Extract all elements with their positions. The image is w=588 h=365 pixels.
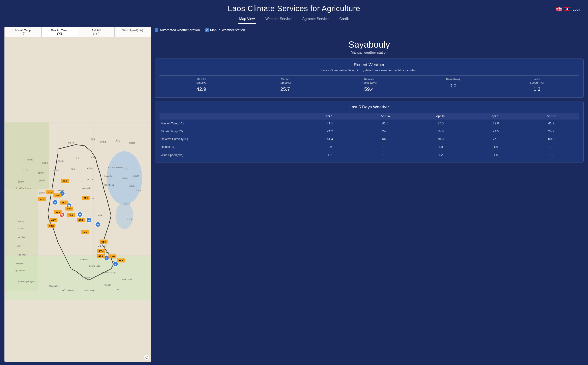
row-label-min-temp: Min Air Temp(°C) (159, 127, 302, 135)
svg-point-7 (116, 202, 133, 229)
last5-header-apr15: Apr 15 (413, 113, 468, 119)
last5-table: Apr 13 Apr 14 Apr 15 Apr 16 Apr 17 Max A… (159, 113, 579, 159)
svg-text:38.2: 38.2 (83, 231, 87, 233)
manual-label: Manual weather station (210, 28, 245, 32)
svg-text:元江县: 元江县 (58, 160, 64, 162)
automated-label: Automated weather station (160, 28, 200, 32)
rw-value-humidity: 59.4 (328, 86, 410, 92)
row-val-wind-apr16: 1.0 (468, 151, 524, 159)
nav-map-view[interactable]: Map View (238, 15, 256, 24)
svg-point-3 (567, 8, 568, 10)
svg-text:Gia Lai: Gia Lai (104, 284, 111, 286)
map-ctrl-max-air-temp[interactable]: Max Air Temp(°C) (41, 27, 78, 37)
map-ctrl-rainfall[interactable]: Rainfall(mm) (78, 27, 115, 37)
svg-text:Buôn Ma Thuột: Buôn Ma Thuột (102, 272, 116, 274)
svg-text:37.6: 37.6 (48, 191, 53, 193)
rw-col-max-temp: Max AirTemp(°C) 42.9 (159, 76, 243, 94)
main-nav: Map View Weather Service Agromet Service… (0, 15, 588, 24)
svg-text:东兴市: 东兴市 (122, 177, 128, 179)
svg-text:M: M (115, 263, 116, 265)
rw-label-min-temp: Min AirTemp(°C) (244, 77, 326, 84)
station-toggle-bar: ✓ Automated weather station ✓ Manual wea… (155, 27, 584, 34)
row-label-max-temp: Max Air Temp(°C) (159, 119, 302, 127)
svg-text:M: M (55, 201, 56, 204)
row-val-rainfall-apr14: 1.3 (358, 143, 413, 151)
svg-text:普洱市: 普洱市 (39, 179, 45, 182)
map-section: Min Air Temp(°C) Max Air Temp(°C) Rainfa… (4, 27, 151, 362)
svg-text:大化: 大化 (116, 139, 120, 142)
map-info-button[interactable]: ⓘ (144, 355, 149, 360)
svg-text:明矿市: 明矿市 (68, 141, 75, 144)
row-val-rainfall-apr13: 0.6 (302, 143, 358, 151)
nav-agromet-service[interactable]: Agromet Service (301, 15, 330, 24)
rw-label-rainfall: Rainfall(㎜) (412, 77, 494, 81)
main-content: Min Air Temp(°C) Max Air Temp(°C) Rainfa… (0, 24, 588, 365)
svg-text:42.9: 42.9 (56, 211, 60, 213)
uk-flag-icon[interactable] (556, 7, 562, 12)
last5-title: Last 5 Days Weather (159, 105, 579, 110)
toggle-manual[interactable]: ✓ Manual weather station (205, 28, 245, 32)
map-background[interactable]: 明矿市 富宁 百色市 大化 广西壮族 镇康县 双江县 元江县 文山 广南 双江县… (5, 27, 151, 362)
map-ctrl-min-air-temp[interactable]: Min Air Temp(°C) (5, 27, 41, 37)
manual-checkbox[interactable]: ✓ (205, 28, 209, 32)
map-controls: Min Air Temp(°C) Max Air Temp(°C) Rainfa… (5, 27, 151, 37)
svg-text:临高县: 临高县 (129, 185, 135, 187)
rw-col-min-temp: Min AirTemp(°C) 25.7 (243, 76, 327, 94)
svg-text:พระพุทธ: พระพุทธ (16, 263, 23, 265)
svg-text:38.3: 38.3 (40, 198, 44, 201)
laos-flag-icon[interactable] (564, 7, 570, 12)
svg-text:33.7: 33.7 (119, 259, 123, 262)
row-val-rainfall-apr17: 1.8 (524, 143, 579, 151)
row-val-min-temp-apr16: 24.5 (468, 127, 524, 135)
row-val-max-temp-apr15: 37.5 (413, 119, 468, 127)
last5-header-label (159, 113, 302, 119)
map-ctrl-wind-speed[interactable]: Wind Speed(m/s) (115, 27, 151, 37)
svg-text:กรุงเทพมหา: กรุงเทพมหา (15, 269, 25, 272)
row-val-wind-apr14: 1.3 (358, 151, 413, 159)
svg-text:马关: 马关 (71, 168, 75, 171)
svg-rect-10 (5, 255, 151, 300)
svg-text:富宁: 富宁 (91, 138, 96, 141)
row-val-humidity-apr14: 66.0 (358, 135, 413, 143)
svg-text:แพร่: แพร่ (17, 245, 21, 247)
svg-text:M: M (88, 219, 90, 221)
svg-text:三亚市: 三亚市 (127, 218, 133, 221)
svg-rect-8 (5, 122, 49, 189)
row-val-rainfall-apr15: 1.0 (413, 143, 468, 151)
table-row-min-temp: Min Air Temp(°C) 24.2 24.0 25.6 24.5 24.… (159, 127, 579, 135)
svg-text:双江县: 双江县 (42, 162, 48, 164)
rw-label-humidity: RelativeHumidity(%) (328, 77, 410, 84)
svg-text:Phan Rang: Phan Rang (84, 289, 95, 292)
svg-text:M: M (97, 224, 98, 226)
svg-text:Yen Bai: Yen Bai (87, 178, 94, 181)
svg-text:百色市: 百色市 (100, 140, 107, 143)
station-name: Sayabouly (155, 40, 584, 50)
svg-text:北海市: 北海市 (133, 175, 139, 177)
login-button[interactable]: Login (573, 7, 581, 12)
rw-col-humidity: RelativeHumidity(%) 59.4 (327, 76, 411, 94)
svg-text:普洱市: 普洱市 (18, 181, 24, 183)
svg-text:29.0: 29.0 (68, 214, 73, 216)
svg-text:Vinh: Vinh (98, 214, 102, 216)
svg-text:38.6: 38.6 (101, 241, 106, 243)
toggle-automated[interactable]: ✓ Automated weather station (155, 28, 200, 32)
row-val-max-temp-apr17: 41.7 (524, 119, 579, 127)
rw-value-max-temp: 42.9 (160, 86, 242, 92)
last5-header-apr14: Apr 14 (358, 113, 413, 119)
automated-checkbox[interactable]: ✓ (155, 28, 158, 32)
svg-text:ประเทสลาว: ประเทสลาว (82, 276, 93, 278)
rw-col-rainfall: Rainfall(㎜) 0.0 (411, 76, 495, 94)
rw-col-wind: WindSpeed(m/s) 1.3 (495, 76, 579, 94)
svg-text:37.4: 37.4 (99, 250, 104, 252)
rw-value-wind: 1.3 (496, 86, 578, 92)
nav-weather-service[interactable]: Weather Service (265, 15, 293, 24)
svg-text:Hai Phong: Hai Phong (104, 184, 114, 186)
svg-text:38.7: 38.7 (62, 201, 67, 204)
header: Laos Climate Services for Agriculture (0, 0, 588, 24)
row-val-rainfall-apr16: 4.9 (468, 143, 524, 151)
svg-text:Quảng Ngãi: Quảng Ngãi (89, 265, 100, 267)
svg-text:广宁: 广宁 (124, 168, 128, 171)
svg-text:35.6: 35.6 (55, 194, 60, 197)
svg-text:M: M (79, 214, 81, 216)
nav-credit[interactable]: Credit (338, 15, 350, 24)
